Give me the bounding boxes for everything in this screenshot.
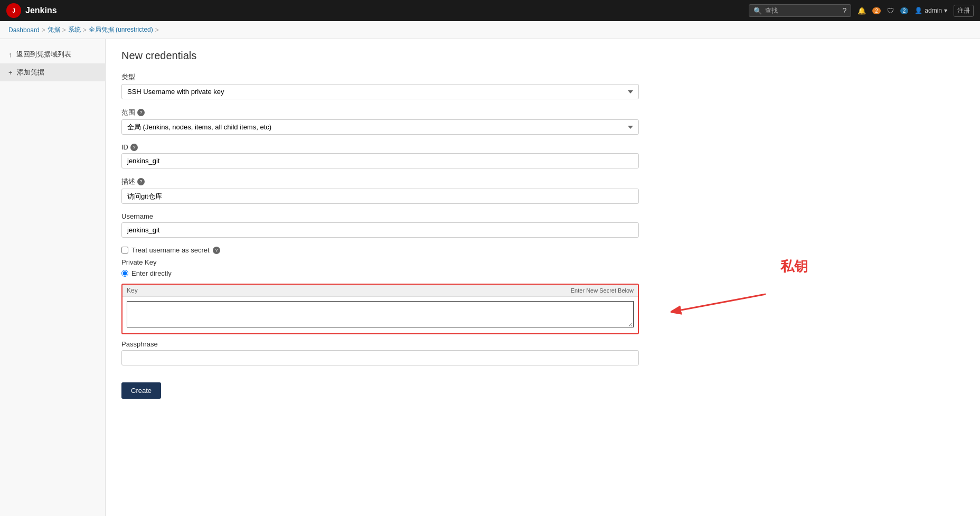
type-section: 类型 SSH Username with private key Usernam… (121, 72, 964, 99)
key-label-row: Key Enter New Secret Below (123, 285, 638, 297)
description-input[interactable] (121, 189, 639, 204)
type-select[interactable]: SSH Username with private key Username w… (121, 84, 639, 99)
description-help-icon[interactable]: ? (137, 178, 145, 185)
breadcrumb-dashboard[interactable]: Dashboard (8, 26, 40, 34)
layout: ↑ 返回到凭据域列表 + 添加凭据 New credentials 类型 SSH… (0, 39, 980, 516)
search-icon: 🔍 (753, 7, 762, 15)
passphrase-input[interactable] (121, 350, 639, 365)
user-icon: 👤 (915, 7, 922, 14)
type-label: 类型 (121, 72, 964, 82)
add-icon: + (8, 69, 13, 77)
search-box[interactable]: 🔍 ? (749, 4, 851, 17)
scope-select[interactable]: 全局 (Jenkins, nodes, items, all child ite… (121, 119, 639, 135)
breadcrumb-credentials[interactable]: 凭据 (48, 25, 60, 34)
main-content: New credentials 类型 SSH Username with pri… (106, 39, 980, 516)
treat-username-checkbox[interactable] (121, 247, 128, 254)
breadcrumb: Dashboard > 凭据 > 系统 > 全局凭据 (unrestricted… (0, 21, 980, 39)
scope-label: 范围 ? (121, 108, 964, 117)
treat-username-section: Treat username as secret ? (121, 246, 964, 254)
description-section: 描述 ? (121, 177, 964, 204)
navbar-left: J Jenkins (6, 3, 57, 18)
key-container: Key Enter New Secret Below (121, 284, 639, 334)
enter-directly-row: Enter directly (121, 269, 964, 277)
security-icon[interactable]: 🛡 (887, 7, 894, 15)
sidebar-item-add[interactable]: + 添加凭据 (0, 63, 105, 81)
notification-badge: 2 (872, 7, 881, 14)
register-link[interactable]: 注册 (954, 5, 974, 17)
breadcrumb-sep-4: > (155, 26, 159, 34)
id-label: ID ? (121, 143, 964, 151)
breadcrumb-global[interactable]: 全局凭据 (unrestricted) (89, 25, 153, 34)
sidebar: ↑ 返回到凭据域列表 + 添加凭据 (0, 39, 106, 516)
scope-select-wrapper: 全局 (Jenkins, nodes, items, all child ite… (121, 119, 639, 135)
description-label: 描述 ? (121, 177, 964, 186)
user-dropdown-icon: ▾ (944, 7, 947, 14)
user-menu[interactable]: 👤 admin ▾ (915, 7, 947, 14)
breadcrumb-system[interactable]: 系统 (68, 25, 81, 34)
private-key-label: Private Key (121, 258, 964, 266)
app-title: Jenkins (25, 6, 57, 15)
help-circle-icon: ? (842, 6, 846, 15)
private-key-section: Private Key Enter directly (121, 258, 964, 277)
create-button[interactable]: Create (121, 382, 161, 399)
enter-secret-button[interactable]: Enter New Secret Below (571, 287, 634, 294)
type-select-wrapper: SSH Username with private key Username w… (121, 84, 639, 99)
username-label: Username (121, 212, 964, 220)
id-input[interactable] (121, 153, 639, 168)
navbar-right: 🔍 ? 🔔 2 🛡 2 👤 admin ▾ 注册 (749, 4, 974, 17)
breadcrumb-sep-3: > (83, 26, 87, 34)
navbar: J Jenkins 🔍 ? 🔔 2 🛡 2 👤 admin ▾ 注册 (0, 0, 980, 21)
key-annotation-wrapper: Key Enter New Secret Below 私钥 (121, 284, 639, 334)
scope-help-icon[interactable]: ? (137, 109, 145, 116)
back-icon: ↑ (8, 51, 12, 59)
enter-directly-label[interactable]: Enter directly (131, 269, 172, 277)
key-section-label: Key (127, 287, 138, 294)
annotation-arrow (671, 289, 776, 321)
treat-username-label[interactable]: Treat username as secret (131, 246, 210, 254)
scope-section: 范围 ? 全局 (Jenkins, nodes, items, all chil… (121, 108, 964, 135)
sidebar-item-add-label: 添加凭据 (17, 68, 44, 77)
key-textarea[interactable] (127, 301, 634, 327)
security-badge: 2 (900, 7, 909, 14)
sidebar-item-back[interactable]: ↑ 返回到凭据域列表 (0, 45, 105, 63)
id-help-icon[interactable]: ? (130, 144, 138, 151)
jenkins-logo: J (6, 3, 21, 18)
sidebar-item-back-label: 返回到凭据域列表 (16, 50, 71, 59)
username-section: Username (121, 212, 964, 238)
page-title: New credentials (121, 50, 964, 62)
breadcrumb-sep-2: > (62, 26, 66, 34)
notification-icon[interactable]: 🔔 (858, 7, 866, 15)
id-section: ID ? (121, 143, 964, 168)
treat-username-help-icon[interactable]: ? (213, 247, 220, 254)
svg-line-1 (681, 294, 766, 310)
passphrase-label: Passphrase (121, 340, 964, 348)
username-input[interactable] (121, 222, 639, 238)
search-input[interactable] (765, 7, 839, 14)
breadcrumb-sep-1: > (42, 26, 45, 34)
passphrase-section: Passphrase (121, 340, 964, 365)
enter-directly-radio[interactable] (121, 270, 128, 277)
